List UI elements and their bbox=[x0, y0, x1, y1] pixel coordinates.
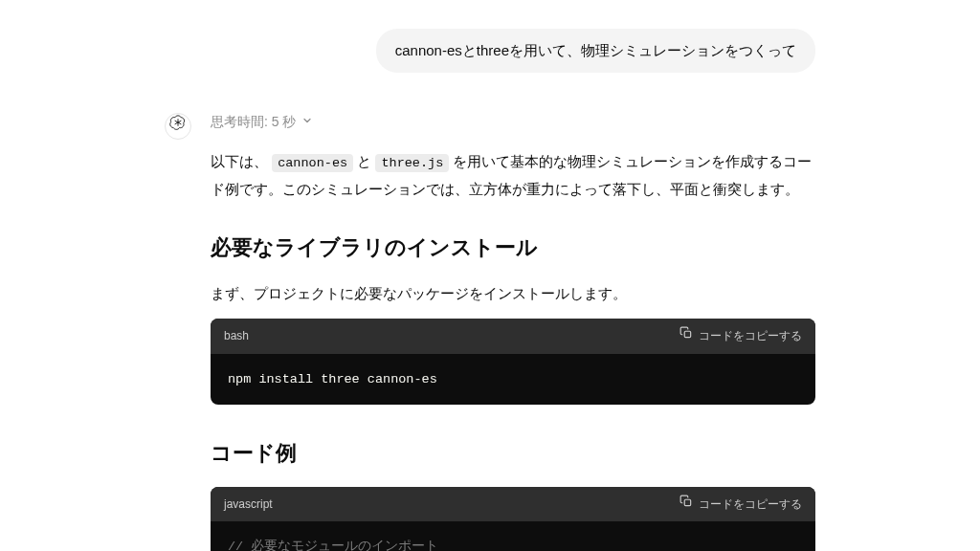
code-token-comment: // 必要なモジュールのインポート bbox=[228, 540, 438, 551]
code-lang-label: javascript bbox=[224, 495, 273, 514]
intro-paragraph: 以下は、 cannon-es と three.js を用いて基本的な物理シミュレ… bbox=[211, 148, 815, 203]
intro-text-mid1: と bbox=[357, 153, 375, 169]
svg-rect-1 bbox=[684, 499, 690, 505]
assistant-content: 思考時間: 5 秒 以下は、 cannon-es と three.js を用いて… bbox=[211, 111, 815, 552]
section-sub-install: まず、プロジェクトに必要なパッケージをインストールします。 bbox=[211, 281, 815, 306]
code-block-javascript: javascript コードをコピーする // 必要なモジュールのインポート i… bbox=[211, 487, 815, 551]
intro-text-pre: 以下は、 bbox=[211, 153, 268, 169]
chevron-down-icon bbox=[301, 111, 313, 134]
user-message-row: cannon-esとthreeを用いて、物理シミュレーションをつくって bbox=[165, 29, 815, 73]
thought-time-label: 思考時間: 5 秒 bbox=[211, 111, 296, 134]
code-content: npm install three cannon-es bbox=[228, 372, 437, 386]
code-body-bash[interactable]: npm install three cannon-es bbox=[211, 354, 815, 406]
copy-code-button[interactable]: コードをコピーする bbox=[679, 326, 802, 345]
svg-rect-0 bbox=[684, 332, 690, 338]
assistant-message-row: 思考時間: 5 秒 以下は、 cannon-es と three.js を用いて… bbox=[165, 111, 815, 552]
copy-label: コードをコピーする bbox=[699, 495, 802, 514]
code-block-bash: bash コードをコピーする npm install three cannon-… bbox=[211, 319, 815, 405]
chat-container: cannon-esとthreeを用いて、物理シミュレーションをつくって 思考時間… bbox=[126, 0, 854, 551]
code-lang-label: bash bbox=[224, 326, 249, 345]
inline-code-cannon-es: cannon-es bbox=[272, 154, 353, 172]
assistant-avatar bbox=[165, 113, 191, 140]
code-body-javascript[interactable]: // 必要なモジュールのインポート import * as THREE from… bbox=[211, 521, 815, 551]
copy-label: コードをコピーする bbox=[699, 326, 802, 345]
copy-code-button[interactable]: コードをコピーする bbox=[679, 495, 802, 514]
copy-icon bbox=[679, 495, 693, 514]
section-heading-install: 必要なライブラリのインストール bbox=[211, 230, 815, 265]
code-header: bash コードをコピーする bbox=[211, 319, 815, 353]
copy-icon bbox=[679, 326, 693, 345]
user-message-bubble: cannon-esとthreeを用いて、物理シミュレーションをつくって bbox=[376, 29, 815, 73]
thought-time-toggle[interactable]: 思考時間: 5 秒 bbox=[211, 111, 815, 134]
section-heading-code-example: コード例 bbox=[211, 435, 815, 471]
inline-code-threejs: three.js bbox=[375, 154, 449, 172]
code-header: javascript コードをコピーする bbox=[211, 487, 815, 521]
openai-logo-icon bbox=[169, 114, 187, 139]
user-message-text: cannon-esとthreeを用いて、物理シミュレーションをつくって bbox=[395, 42, 796, 58]
